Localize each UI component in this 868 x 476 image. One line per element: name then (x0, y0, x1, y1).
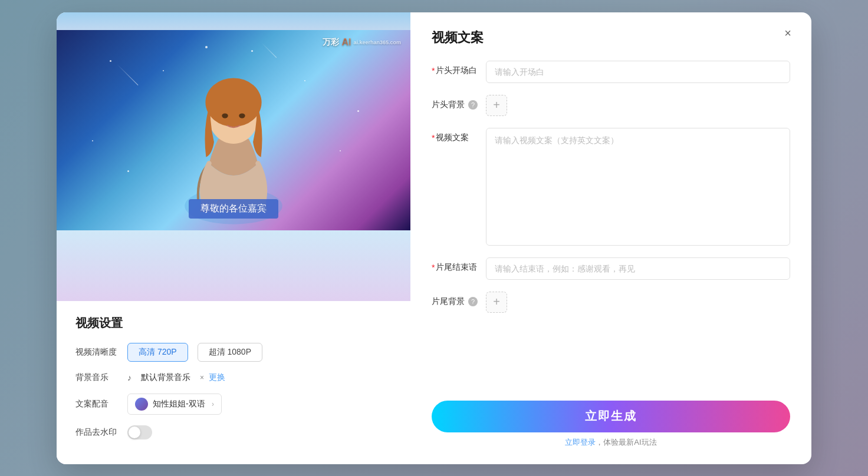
video-copy-label-text: 视频文案 (436, 133, 469, 143)
closing-label: * 片尾结束语 (432, 257, 479, 273)
opening-input[interactable] (486, 61, 790, 83)
watermark-label: 作品去水印 (75, 427, 118, 438)
header-bg-label: 片头背景 ? (432, 95, 479, 110)
svg-point-4 (222, 113, 228, 118)
settings-title: 视频设置 (75, 315, 392, 331)
watermark-row: 作品去水印 (75, 425, 392, 439)
generate-button[interactable]: 立即生成 (432, 401, 790, 432)
tail-bg-group: 片尾背景 ? + (432, 292, 790, 313)
voice-arrow-icon: › (212, 400, 214, 408)
video-copy-textarea[interactable] (486, 128, 790, 246)
header-bg-add-button[interactable]: + (486, 95, 507, 116)
right-panel: 视频文案 * 片头开场白 片头背景 ? + * (410, 12, 811, 464)
watermark: 万彩 AI ai.keerhan365.com (323, 37, 401, 48)
voice-selector[interactable]: 知性姐姐-双语 › (127, 394, 222, 415)
music-row: 背景音乐 ♪ 默认背景音乐 × 更换 (75, 372, 392, 383)
voice-avatar-icon (135, 398, 148, 411)
header-bg-help-icon: ? (468, 100, 478, 110)
subtitle-bar: 尊敬的各位嘉宾 (189, 199, 278, 219)
quality-label: 视频清晰度 (75, 347, 118, 358)
panel-title: 视频文案 (432, 29, 790, 47)
video-preview-bottom (57, 230, 410, 301)
svg-point-3 (205, 78, 261, 127)
closing-label-text: 片尾结束语 (436, 262, 477, 273)
generate-hint: 立即登录，体验最新AI玩法 (432, 437, 790, 448)
watermark-sub: ai.keerhan365.com (353, 39, 401, 45)
voice-name: 知性姐姐-双语 (153, 399, 205, 409)
svg-point-5 (239, 113, 245, 118)
login-link[interactable]: 立即登录 (565, 438, 596, 447)
header-bg-group: 片头背景 ? + (432, 95, 790, 116)
voice-label: 文案配音 (75, 399, 118, 409)
watermark-ai: AI (341, 37, 351, 48)
closing-input[interactable] (486, 257, 790, 280)
opening-required-star: * (432, 66, 435, 75)
tail-bg-help-icon: ? (468, 297, 478, 306)
music-remove-icon[interactable]: × (200, 373, 204, 382)
music-change-button[interactable]: 更换 (209, 372, 225, 383)
video-background: 万彩 AI ai.keerhan365.com 尊敬的各位嘉宾 (57, 30, 410, 230)
watermark-brand: 万彩 (323, 37, 339, 48)
video-settings: 视频设置 视频清晰度 高清 720P 超清 1080P 背景音乐 ♪ 默认背景音… (57, 301, 410, 464)
tail-bg-label: 片尾背景 ? (432, 292, 479, 307)
music-name: 默认背景音乐 (141, 372, 190, 383)
video-copy-required-star: * (432, 133, 435, 143)
opening-group: * 片头开场白 (432, 61, 790, 83)
video-preview: 万彩 AI ai.keerhan365.com 尊敬的各位嘉宾 (57, 30, 410, 230)
header-bg-label-text: 片头背景 (432, 100, 465, 110)
quality-1080p-button[interactable]: 超清 1080P (198, 343, 262, 362)
left-panel: 万彩 AI ai.keerhan365.com 尊敬的各位嘉宾 视频设置 视频清… (57, 12, 410, 464)
music-label: 背景音乐 (75, 372, 118, 383)
video-preview-top (57, 12, 410, 30)
music-actions: × 更换 (200, 372, 225, 383)
quality-row: 视频清晰度 高清 720P 超清 1080P (75, 343, 392, 362)
voice-row: 文案配音 知性姐姐-双语 › (75, 394, 392, 415)
closing-required-star: * (432, 263, 435, 272)
modal-overlay: × (0, 0, 868, 476)
music-icon: ♪ (127, 373, 131, 382)
watermark-toggle[interactable] (127, 425, 152, 439)
close-button[interactable]: × (778, 24, 797, 43)
modal: × (57, 12, 811, 464)
video-copy-group: * 视频文案 (432, 128, 790, 246)
opening-label: * 片头开场白 (432, 61, 479, 76)
quality-720p-button[interactable]: 高清 720P (127, 343, 188, 362)
opening-label-text: 片头开场白 (436, 65, 477, 76)
tail-bg-add-button[interactable]: + (486, 292, 507, 313)
video-copy-label: * 视频文案 (432, 128, 479, 143)
tail-bg-label-text: 片尾背景 (432, 296, 465, 307)
closing-group: * 片尾结束语 (432, 257, 790, 280)
